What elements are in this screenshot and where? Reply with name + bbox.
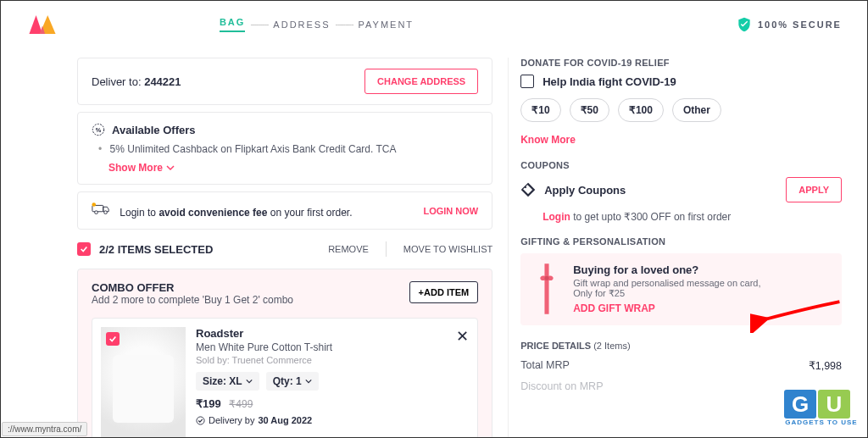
check-icon xyxy=(108,335,117,343)
donate-amount-10[interactable]: ₹10 xyxy=(520,98,560,122)
product-brand: Roadster xyxy=(196,327,332,340)
price-details-section: PRICE DETAILS (2 Items) Total MRP ₹1,998… xyxy=(520,339,842,392)
deliver-card: Deliver to: 244221 CHANGE ADDRESS xyxy=(77,58,492,105)
product-card: Roadster Men White Pure Cotton T-shirt S… xyxy=(92,318,478,437)
total-mrp-label: Total MRP xyxy=(520,359,570,372)
qty-selector[interactable]: Qty: 1 xyxy=(266,372,319,391)
size-selector[interactable]: Size: XL xyxy=(196,372,259,391)
donate-section: DONATE FOR COVID-19 RELIEF Help India fi… xyxy=(520,58,842,147)
discount-label: Discount on MRP xyxy=(520,380,603,392)
login-card: Login to avoid convenience fee on your f… xyxy=(77,191,492,230)
gift-section-title: GIFTING & PERSONALISATION xyxy=(520,236,842,247)
step-address[interactable]: ADDRESS xyxy=(273,19,330,30)
secure-badge: 100% SECURE xyxy=(736,16,842,33)
offer-icon: % xyxy=(92,123,105,136)
add-gift-wrap-button[interactable]: ADD GIFT WRAP xyxy=(573,302,655,314)
donate-label: Help India fight COVID-19 xyxy=(542,75,676,88)
remove-product-button[interactable]: ✕ xyxy=(456,327,469,346)
apply-coupon-button[interactable]: APPLY xyxy=(786,177,842,202)
product-checkbox[interactable] xyxy=(106,332,120,346)
svg-rect-8 xyxy=(545,263,549,314)
selection-count: 2/2 ITEMS SELECTED xyxy=(99,243,213,256)
tag-icon xyxy=(520,182,536,197)
product-name: Men White Pure Cotton T-shirt xyxy=(196,341,332,353)
deliver-pincode: 244221 xyxy=(144,75,181,88)
donate-amount-50[interactable]: ₹50 xyxy=(570,98,609,122)
gift-price: Only for ₹25 xyxy=(573,288,760,299)
donate-title: DONATE FOR COVID-19 RELIEF xyxy=(520,58,842,68)
product-image xyxy=(101,327,186,437)
offers-title: Available Offers xyxy=(112,124,196,136)
donate-amount-100[interactable]: ₹100 xyxy=(618,98,664,122)
price-details-title: PRICE DETAILS xyxy=(520,341,591,351)
logo xyxy=(26,13,58,36)
svg-point-6 xyxy=(197,416,204,424)
remove-link[interactable]: REMOVE xyxy=(328,244,369,254)
coupon-login-link[interactable]: Login xyxy=(542,211,570,223)
shield-icon xyxy=(736,16,753,33)
product-seller: Sold by: Truenet Commerce xyxy=(196,355,332,365)
gift-subtitle: Gift wrap and personalised message on ca… xyxy=(573,278,760,288)
change-address-button[interactable]: CHANGE ADDRESS xyxy=(364,69,478,94)
combo-title: COMBO OFFER xyxy=(92,281,293,294)
select-all-checkbox[interactable] xyxy=(77,242,91,256)
combo-subtitle: Add 2 more to complete 'Buy 1 Get 2' com… xyxy=(92,294,293,306)
apply-coupons-label: Apply Coupons xyxy=(544,184,626,197)
chevron-down-icon xyxy=(246,378,253,385)
know-more-link[interactable]: Know More xyxy=(520,134,576,146)
svg-point-4 xyxy=(104,211,108,214)
offers-card: % Available Offers 5% Unlimited Cashback… xyxy=(77,112,492,185)
chevron-down-icon xyxy=(166,164,175,172)
chevron-down-icon xyxy=(305,378,312,385)
step-bag[interactable]: BAG xyxy=(220,17,245,32)
svg-point-5 xyxy=(92,202,96,207)
truck-icon xyxy=(92,202,110,216)
add-item-button[interactable]: +ADD ITEM xyxy=(409,281,479,303)
coupons-section: COUPONS Apply Coupons APPLY Login to get… xyxy=(520,160,842,223)
gift-section: GIFTING & PERSONALISATION Buying for a l… xyxy=(520,236,842,325)
gift-title: Buying for a loved one? xyxy=(573,263,760,276)
svg-point-7 xyxy=(525,186,526,188)
svg-point-3 xyxy=(95,211,98,214)
coupons-title: COUPONS xyxy=(520,160,842,170)
step-payment[interactable]: PAYMENT xyxy=(359,19,415,30)
check-icon xyxy=(80,245,88,253)
donate-amount-other[interactable]: Other xyxy=(672,98,721,122)
delivery-date: 30 Aug 2022 xyxy=(258,415,312,425)
product-price: ₹199 xyxy=(196,397,221,410)
deliver-label: Deliver to: xyxy=(92,75,142,88)
show-more-link[interactable]: Show More xyxy=(92,162,478,174)
check-circle-icon xyxy=(196,416,205,425)
selection-row: 2/2 ITEMS SELECTED REMOVE MOVE TO WISHLI… xyxy=(77,236,492,262)
watermark-logo: GU GADGETS TO USE xyxy=(784,390,859,430)
combo-card: COMBO OFFER Add 2 more to complete 'Buy … xyxy=(77,269,492,437)
svg-text:%: % xyxy=(96,126,102,134)
login-now-link[interactable]: LOGIN NOW xyxy=(423,206,478,216)
annotation-arrow xyxy=(750,291,843,333)
offer-text: 5% Unlimited Cashback on Flipkart Axis B… xyxy=(92,143,478,155)
donate-checkbox[interactable] xyxy=(520,75,534,88)
svg-point-9 xyxy=(545,276,549,280)
product-mrp: ₹499 xyxy=(229,398,253,410)
header: BAG --------- ADDRESS --------- PAYMENT … xyxy=(1,1,867,47)
total-mrp-value: ₹1,998 xyxy=(809,359,842,372)
gift-bow-icon xyxy=(532,263,561,314)
move-wishlist-link[interactable]: MOVE TO WISHLIST xyxy=(403,244,492,254)
status-url: ://www.myntra.com/ xyxy=(2,422,87,436)
